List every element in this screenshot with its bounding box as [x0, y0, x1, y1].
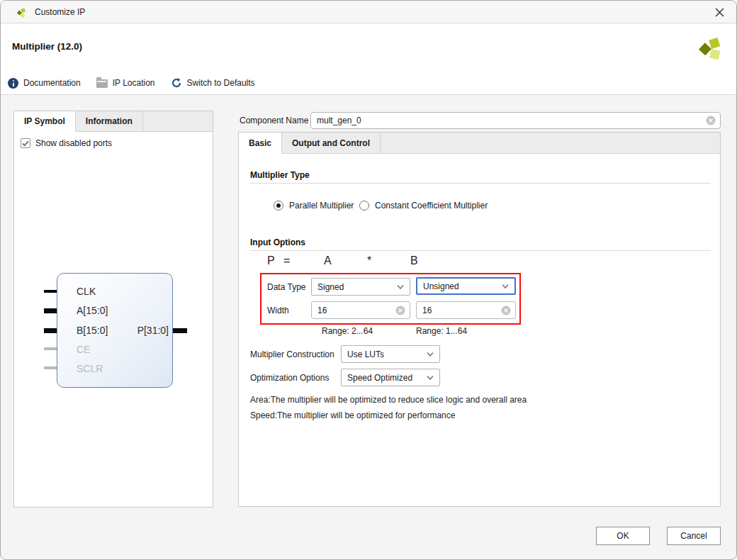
- customize-ip-dialog: Customize IP Multiplier (12.0) Documenta…: [0, 0, 737, 560]
- component-name-label: Component Name: [240, 116, 308, 125]
- port-stub-p: [173, 328, 187, 333]
- radio-parallel-multiplier[interactable]: Parallel Multiplier: [274, 201, 354, 211]
- close-button[interactable]: [709, 4, 729, 21]
- chevron-down-icon: [427, 352, 434, 357]
- speed-note: Speed:The multiplier will be optimized f…: [250, 410, 455, 420]
- clear-icon[interactable]: [395, 306, 405, 315]
- port-label-a: A[15:0]: [77, 303, 108, 318]
- port-stub-b: [44, 328, 57, 333]
- left-panel-tabs: IP Symbol Information: [14, 111, 213, 132]
- range-b-note: Range: 1...64: [416, 326, 467, 336]
- divider: [250, 183, 711, 184]
- multiplier-construction-dropdown[interactable]: Use LUTs: [341, 345, 440, 363]
- data-type-label: Data Type: [267, 282, 305, 292]
- window-title: Customize IP: [35, 7, 85, 17]
- title-bar: Customize IP: [1, 1, 736, 23]
- divider: [250, 250, 711, 251]
- port-label-p: P[31:0]: [126, 323, 169, 337]
- ip-location-label: IP Location: [113, 78, 155, 88]
- xilinx-logo: [697, 33, 726, 62]
- ip-location-button[interactable]: IP Location: [96, 78, 155, 88]
- documentation-button[interactable]: Documentation: [8, 78, 81, 89]
- component-name-input[interactable]: mult_gen_0: [310, 112, 721, 129]
- tab-basic[interactable]: Basic: [239, 133, 282, 154]
- width-b-value: 16: [422, 306, 432, 315]
- multiplier-construction-value: Use LUTs: [347, 349, 384, 359]
- area-note: Area:The multiplier will be optimized to…: [250, 395, 527, 405]
- port-stub-sclr: [44, 366, 57, 369]
- width-b-input[interactable]: 16: [416, 301, 516, 319]
- optimization-options-label: Optimization Options: [250, 373, 329, 383]
- constant-coefficient-label: Constant Coefficient Multiplier: [375, 201, 488, 211]
- tab-ip-symbol[interactable]: IP Symbol: [14, 111, 76, 132]
- close-icon: [715, 8, 724, 17]
- expression-b: B: [410, 254, 418, 267]
- expression-eq: =: [283, 254, 290, 267]
- tab-information[interactable]: Information: [76, 111, 143, 131]
- switch-to-defaults-label: Switch to Defaults: [187, 78, 255, 88]
- data-type-b-dropdown[interactable]: Unsigned: [416, 277, 516, 295]
- expression-a: A: [324, 254, 332, 267]
- port-label-b: B[15:0]: [77, 323, 108, 337]
- radio-icon: [359, 201, 369, 211]
- checkbox: [21, 138, 30, 148]
- config-panel: Basic Output and Control Multiplier Type…: [238, 132, 721, 507]
- toolbar: Documentation IP Location Switch to Defa…: [8, 76, 255, 90]
- chevron-down-icon: [502, 284, 509, 289]
- port-label-ce: CE: [77, 342, 90, 357]
- checkbox-check-icon: [22, 140, 29, 147]
- clear-icon[interactable]: [706, 116, 716, 125]
- port-stub-clk: [44, 290, 57, 293]
- info-icon: [8, 78, 18, 89]
- radio-icon: [274, 201, 283, 211]
- width-a-input[interactable]: 16: [311, 301, 410, 319]
- cancel-button[interactable]: Cancel: [667, 527, 721, 545]
- xilinx-logo-icon: [16, 6, 28, 18]
- component-name-value: mult_gen_0: [317, 116, 361, 125]
- radio-constant-coefficient-multiplier[interactable]: Constant Coefficient Multiplier: [359, 201, 488, 211]
- port-label-clk: CLK: [77, 284, 96, 298]
- optimization-options-dropdown[interactable]: Speed Optimized: [341, 369, 440, 386]
- input-options-heading: Input Options: [250, 237, 305, 247]
- folder-icon: [96, 79, 108, 88]
- switch-to-defaults-button[interactable]: Switch to Defaults: [171, 77, 255, 89]
- width-a-value: 16: [317, 306, 327, 315]
- clear-icon[interactable]: [501, 306, 511, 315]
- expression-p: P: [267, 254, 275, 267]
- optimization-options-value: Speed Optimized: [347, 373, 412, 383]
- multiplier-construction-label: Multiplier Construction: [250, 349, 334, 359]
- chevron-down-icon: [397, 284, 404, 289]
- refresh-icon: [171, 77, 182, 89]
- tab-output-and-control[interactable]: Output and Control: [282, 133, 381, 153]
- port-label-sclr: SCLR: [77, 362, 103, 376]
- port-stub-ce: [44, 347, 57, 350]
- documentation-label: Documentation: [23, 78, 81, 88]
- show-disabled-ports-checkbox[interactable]: Show disabled ports: [21, 138, 112, 148]
- dialog-header: Multiplier (12.0) Documentation IP Locat…: [1, 23, 736, 95]
- range-a-note: Range: 2...64: [322, 326, 373, 336]
- ok-button[interactable]: OK: [596, 527, 650, 545]
- config-tabs: Basic Output and Control: [239, 133, 720, 154]
- data-type-a-value: Signed: [317, 282, 344, 292]
- expression-mul: *: [367, 254, 371, 267]
- ip-title: Multiplier (12.0): [12, 41, 82, 52]
- chevron-down-icon: [427, 375, 434, 380]
- data-type-a-dropdown[interactable]: Signed: [311, 278, 410, 296]
- data-type-b-value: Unsigned: [423, 281, 459, 291]
- parallel-multiplier-label: Parallel Multiplier: [289, 201, 354, 211]
- ip-symbol-panel: IP Symbol Information Show disabled port…: [13, 111, 213, 508]
- width-label: Width: [267, 306, 289, 315]
- port-stub-a: [44, 308, 57, 313]
- show-disabled-ports-label: Show disabled ports: [35, 138, 112, 148]
- multiplier-type-heading: Multiplier Type: [250, 170, 310, 180]
